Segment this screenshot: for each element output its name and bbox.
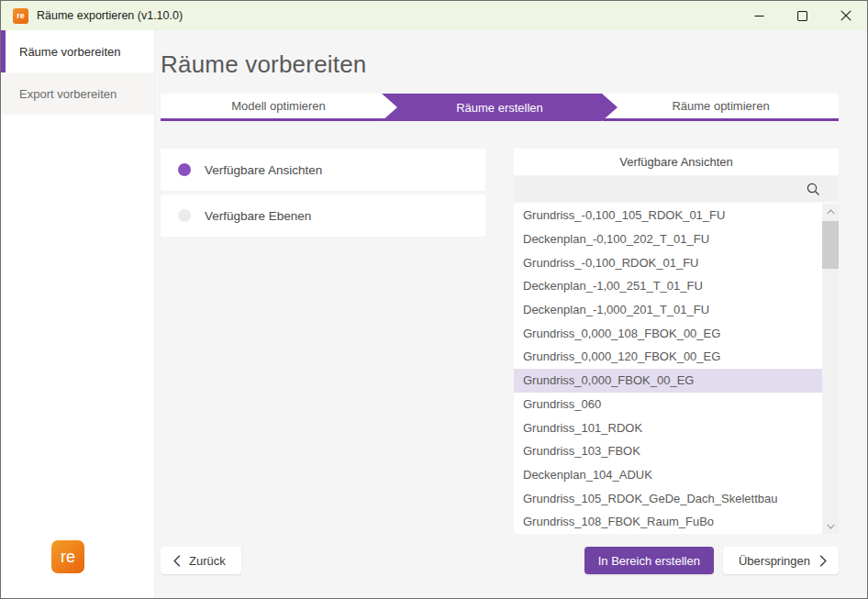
app-icon: re [13,8,28,24]
option-label: Verfügbare Ebenen [205,209,311,223]
close-icon [840,10,851,21]
option-verfuegbare-ansichten[interactable]: Verfügbare Ansichten [161,149,485,191]
source-options: Verfügbare Ansichten Verfügbare Ebenen [161,149,485,534]
skip-button-label: Überspringen [739,554,810,568]
list-item-label: Grundriss_101_RDOK [523,421,642,435]
list-item-label: Grundriss_103_FBOK [523,444,640,458]
minimize-button[interactable] [738,1,781,30]
scrollbar[interactable] [822,204,839,534]
minimize-icon [754,11,764,21]
list-item[interactable]: Deckenplan_-0,100_202_T_01_FU [514,227,822,251]
list-item[interactable]: Deckenplan_-1,00_251_T_01_FU [514,274,822,298]
radio-unselected-icon [178,209,191,222]
step-label: Modell optimieren [231,99,326,113]
scroll-down-icon[interactable] [822,518,839,534]
scrollbar-thumb[interactable] [822,221,839,269]
list-item-label: Grundriss_108_FBOK_Raum_FuBo [523,515,714,528]
list-item-label: Grundriss_105_RDOK_GeDe_Dach_Skelettbau [523,492,778,505]
chevron-left-icon [173,555,181,567]
search-icon[interactable] [807,183,820,196]
list-item[interactable]: Grundriss_060 [514,393,822,416]
app-logo: re [51,540,84,573]
list-item-label: Deckenplan_104_ADUK [523,468,652,482]
wizard-steps: Modell optimieren Räume erstellen Räume … [161,94,839,121]
sidebar-item-raeume-vorbereiten[interactable]: Räume vorbereiten [1,30,154,72]
list-item-label: Deckenplan_-1,00_251_T_01_FU [523,279,703,293]
list-item[interactable]: Deckenplan_104_ADUK [514,463,822,487]
list-item[interactable]: Grundriss_0,000_120_FBOK_00_EG [514,345,822,369]
list-item-label: Grundriss_0,000_120_FBOK_00_EG [523,349,720,363]
page-title: Räume vorbereiten [161,50,839,79]
skip-button[interactable]: Überspringen [723,547,839,574]
sidebar-item-label: Räume vorbereiten [19,45,121,59]
list-item-label: Deckenplan_-0,100_202_T_01_FU [523,232,709,246]
footer: Zurück In Bereich erstellen Überspringen [161,547,839,574]
back-button[interactable]: Zurück [161,547,241,574]
views-panel: Verfügbare Ansichten Grundriss_-0,100 [514,149,839,534]
list-item[interactable]: Grundriss_0,000_108_FBOK_00_EG [514,321,822,345]
list-item[interactable]: Grundriss_103_FBOK [514,439,822,463]
list-item-label: Grundriss_-0,100_105_RDOK_01_FU [523,208,725,222]
app-window: re Räume exportieren (v1.10.0) Räume vor… [0,0,868,599]
step-label: Räume optimieren [672,99,769,113]
list-item[interactable]: Grundriss_-0,100_105_RDOK_01_FU [514,204,822,227]
panel-header: Verfügbare Ansichten [514,149,839,175]
search-bar [514,176,839,204]
list-item[interactable]: Grundriss_0,000_FBOK_00_EG [514,369,822,393]
scroll-up-icon[interactable] [822,204,839,219]
maximize-button[interactable] [781,1,824,30]
list-item[interactable]: Deckenplan_-1,000_201_T_01_FU [514,298,822,322]
list-item[interactable]: Grundriss_-0,100_RDOK_01_FU [514,250,822,274]
create-in-area-label: In Bereich erstellen [598,554,700,568]
list-item[interactable]: Grundriss_108_FBOK_Raum_FuBo [514,510,822,534]
step-modell-optimieren[interactable]: Modell optimieren [161,94,396,121]
create-in-area-button[interactable]: In Bereich erstellen [584,547,714,574]
list-item-label: Grundriss_060 [523,397,601,411]
step-raeume-optimieren[interactable]: Räume optimieren [603,94,839,121]
list-item-label: Grundriss_0,000_108_FBOK_00_EG [523,327,720,340]
titlebar: re Räume exportieren (v1.10.0) [1,1,867,30]
views-list: Grundriss_-0,100_105_RDOK_01_FU Deckenpl… [514,204,822,534]
list-item[interactable]: Grundriss_101_RDOK [514,416,822,439]
step-label: Räume erstellen [456,101,543,115]
chevron-right-icon [819,555,827,567]
window-title: Räume exportieren (v1.10.0) [37,9,183,22]
option-verfuegbare-ebenen[interactable]: Verfügbare Ebenen [161,194,485,237]
list-item-label: Grundriss_0,000_FBOK_00_EG [523,373,694,387]
step-raeume-erstellen[interactable]: Räume erstellen [382,94,618,121]
close-button[interactable] [824,1,867,30]
sidebar-item-label: Export vorbereiten [19,87,117,101]
search-input[interactable] [514,176,807,202]
back-button-label: Zurück [189,554,226,568]
list-item[interactable]: Grundriss_105_RDOK_GeDe_Dach_Skelettbau [514,486,822,510]
list-item-label: Grundriss_-0,100_RDOK_01_FU [523,256,698,270]
maximize-icon [797,11,807,21]
list-item-label: Deckenplan_-1,000_201_T_01_FU [523,303,709,316]
radio-selected-icon [178,163,191,176]
main-content: Räume vorbereiten Modell optimieren Räum… [155,30,867,598]
sidebar: Räume vorbereiten Export vorbereiten re [1,30,155,598]
option-label: Verfügbare Ansichten [205,163,322,177]
window-controls [738,1,867,30]
sidebar-item-export-vorbereiten[interactable]: Export vorbereiten [1,72,154,115]
